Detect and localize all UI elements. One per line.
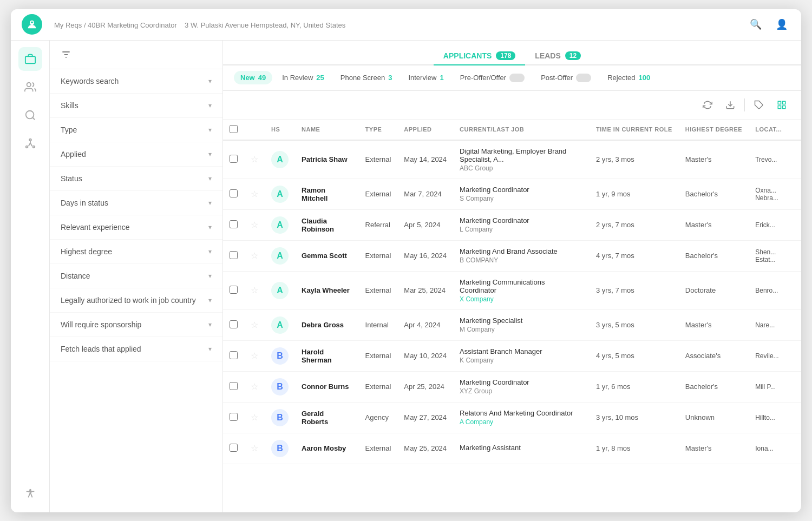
current-job-company: K Company (460, 357, 583, 364)
filter-skills[interactable]: Skills ▾ (50, 94, 222, 118)
star-icon[interactable]: ☆ (251, 286, 258, 295)
row-timeincurrent-cell: 3 yrs, 5 mos (590, 309, 679, 340)
row-checkbox[interactable] (230, 351, 238, 359)
row-location-cell: Nare... (749, 309, 801, 340)
filter-sponsorship[interactable]: Will require sponsorship ▾ (50, 313, 222, 337)
star-icon[interactable]: ☆ (251, 382, 258, 391)
row-checkbox[interactable] (230, 286, 238, 294)
status-postoffer[interactable]: Post-Offer (534, 71, 598, 85)
row-checkbox[interactable] (230, 220, 238, 228)
row-highestdegree-cell: Master's (679, 309, 749, 340)
row-location-cell: Trevo... (749, 140, 801, 179)
titlebar: My Reqs / 40BR Marketing Coordinator 3 W… (11, 9, 801, 41)
star-icon[interactable]: ☆ (251, 444, 258, 453)
star-icon[interactable]: ☆ (251, 320, 258, 329)
filter-keywords[interactable]: Keywords search ▾ (50, 69, 222, 94)
star-icon[interactable]: ☆ (251, 189, 258, 199)
grid-icon[interactable] (773, 96, 790, 114)
tag-icon[interactable] (750, 96, 768, 114)
status-phonescreen-label: Phone Screen (340, 74, 385, 82)
row-checkbox[interactable] (230, 189, 238, 197)
applicant-name[interactable]: Harold Sherman (302, 348, 352, 364)
row-highestdegree-cell: Bachelor's (679, 371, 749, 402)
row-timeincurrent-cell: 2 yrs, 3 mos (590, 140, 679, 179)
applicant-name[interactable]: Aaron Mosby (302, 444, 352, 452)
row-checkbox[interactable] (230, 320, 238, 328)
sidebar (11, 41, 50, 512)
current-job-company: M Company (460, 326, 583, 333)
table-row: ☆ B Harold Sherman External May 10, 2024… (223, 340, 801, 371)
filter-relevantexp[interactable]: Relevant experience ▾ (50, 215, 222, 240)
filter-relevantexp-label: Relevant experience (61, 223, 130, 232)
filter-highestdegree[interactable]: Highest degree ▾ (50, 240, 222, 264)
star-icon[interactable]: ☆ (251, 351, 258, 360)
chevron-down-icon: ▾ (208, 102, 212, 109)
applicant-name[interactable]: Debra Gross (302, 321, 352, 329)
select-all-checkbox[interactable] (230, 125, 238, 133)
row-grade-cell: A (265, 271, 295, 309)
filter-panel: Keywords search ▾ Skills ▾ Type ▾ Applie… (50, 41, 223, 512)
table-row: ☆ A Claudia Robinson Referral Apr 5, 202… (223, 209, 801, 240)
row-currentjob-cell: Marketing Communications Coordinator X C… (453, 271, 590, 309)
applicant-name[interactable]: Gerald Roberts (302, 410, 352, 426)
filter-fetchleads[interactable]: Fetch leads that applied ▾ (50, 337, 222, 361)
applicant-name[interactable]: Claudia Robinson (302, 217, 352, 233)
app-window: My Reqs / 40BR Marketing Coordinator 3 W… (11, 9, 801, 512)
row-checkbox[interactable] (230, 413, 238, 421)
applicant-name[interactable]: Patricia Shaw (302, 155, 352, 163)
sidebar-item-search[interactable] (18, 103, 42, 127)
refresh-icon[interactable] (699, 96, 716, 114)
filter-daysstatus[interactable]: Days in status ▾ (50, 191, 222, 215)
tab-leads-count: 12 (565, 51, 581, 60)
applicant-name[interactable]: Kayla Wheeler (302, 286, 352, 294)
current-job-company: B COMPANY (460, 256, 583, 264)
star-icon[interactable]: ☆ (251, 251, 258, 260)
status-interview[interactable]: Interview 1 (402, 71, 450, 84)
applicant-name[interactable]: Gemma Scott (302, 252, 352, 260)
applicant-name[interactable]: Connor Burns (302, 382, 352, 391)
filter-status[interactable]: Status ▾ (50, 167, 222, 191)
status-preoffer[interactable]: Pre-Offer/Offer (454, 71, 532, 85)
star-icon[interactable]: ☆ (251, 155, 258, 164)
toolbar-divider (744, 98, 745, 111)
svg-point-4 (25, 110, 34, 118)
user-button[interactable]: 👤 (773, 16, 790, 33)
row-type-cell: External (359, 340, 398, 371)
search-button[interactable]: 🔍 (747, 16, 764, 33)
tab-leads[interactable]: LEADS 12 (525, 47, 591, 65)
row-highestdegree-cell: Bachelor's (679, 240, 749, 271)
row-checkbox[interactable] (230, 155, 238, 163)
row-applied-cell: Mar 7, 2024 (397, 179, 453, 209)
svg-point-6 (25, 146, 28, 148)
star-icon[interactable]: ☆ (251, 413, 258, 422)
sidebar-item-jobs[interactable] (18, 47, 42, 71)
applicant-name[interactable]: Ramon Mitchell (302, 186, 352, 202)
status-preoffer-label: Pre-Offer/Offer (460, 74, 507, 82)
row-timeincurrent-cell: 4 yrs, 7 mos (590, 240, 679, 271)
filter-applied[interactable]: Applied ▾ (50, 142, 222, 167)
filter-type[interactable]: Type ▾ (50, 118, 222, 142)
star-icon[interactable]: ☆ (251, 220, 258, 229)
row-grade-cell: A (265, 179, 295, 209)
sidebar-item-accessibility[interactable] (18, 482, 42, 506)
status-rejected[interactable]: Rejected 100 (601, 71, 657, 84)
status-interview-count: 1 (440, 74, 443, 82)
filter-applied-label: Applied (61, 150, 86, 159)
status-phonescreen[interactable]: Phone Screen 3 (334, 71, 399, 84)
sidebar-item-network[interactable] (18, 131, 42, 155)
status-postoffer-toggle (576, 74, 591, 82)
filter-legalauth[interactable]: Legally authorized to work in job countr… (50, 288, 222, 313)
grade-avatar: B (271, 409, 289, 426)
status-new[interactable]: New 49 (234, 71, 272, 84)
row-checkbox[interactable] (230, 444, 238, 452)
table-body: ☆ A Patricia Shaw External May 14, 2024 … (223, 140, 801, 464)
row-highestdegree-cell: Master's (679, 140, 749, 179)
current-job-title: Relatons And Marketing Coordinator (460, 409, 583, 417)
status-inreview[interactable]: In Review 25 (276, 71, 331, 84)
sidebar-item-people[interactable] (18, 75, 42, 99)
tab-applicants[interactable]: APPLICANTS 178 (434, 47, 525, 65)
row-checkbox[interactable] (230, 382, 238, 390)
download-icon[interactable] (722, 96, 739, 114)
filter-distance[interactable]: Distance ▾ (50, 264, 222, 288)
row-checkbox[interactable] (230, 251, 238, 259)
